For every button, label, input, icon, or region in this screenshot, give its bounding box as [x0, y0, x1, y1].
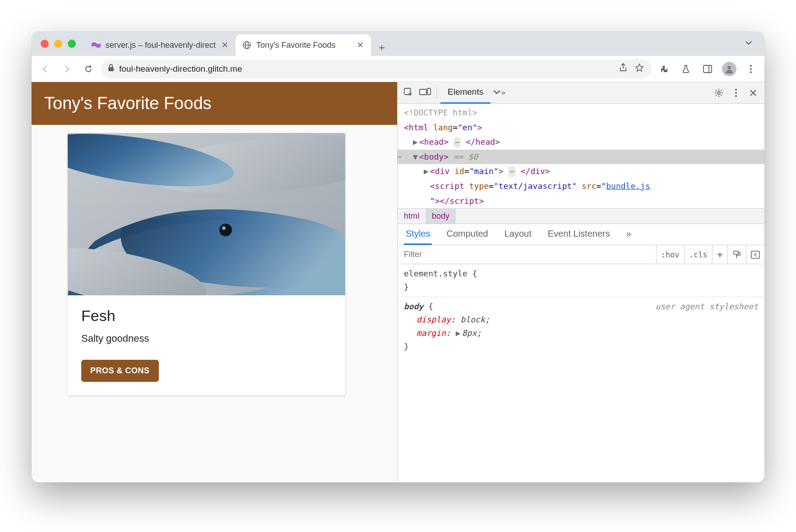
card-subtitle: Salty goodness	[81, 333, 332, 344]
computed-toggle-icon[interactable]	[746, 245, 764, 264]
menu-button[interactable]	[742, 60, 760, 78]
svg-point-23	[735, 95, 737, 97]
dom-head[interactable]: ▶<head> ⋯ </head>	[398, 135, 764, 150]
hov-button[interactable]: :hov	[656, 245, 684, 264]
close-window-button[interactable]	[41, 40, 49, 48]
devtools-tabstrip: Elements »	[398, 82, 764, 104]
globe-favicon-icon	[242, 40, 252, 50]
tab-title: Tony's Favorite Foods	[256, 41, 351, 50]
rendered-page: Tony's Favorite Foods	[32, 82, 397, 482]
crumb-body[interactable]: body	[426, 209, 456, 224]
tab-strip: server.js – foul-heavenly-direct ✕ Tony'…	[32, 32, 764, 56]
styles-tab-computed[interactable]: Computed	[444, 224, 490, 245]
labs-icon[interactable]	[677, 60, 695, 78]
dom-body-selected[interactable]: ▼<body> == $0	[398, 150, 764, 165]
paint-icon[interactable]	[727, 245, 746, 264]
svg-rect-25	[751, 251, 759, 258]
dom-html[interactable]: <html lang="en">	[398, 120, 764, 135]
elements-tree[interactable]: <!DOCTYPE html> <html lang="en"> ▶<head>…	[398, 104, 764, 208]
styles-filter-row: :hov .cls +	[398, 245, 764, 264]
dom-script-cont[interactable]: "></script>	[398, 194, 764, 209]
dom-doctype[interactable]: <!DOCTYPE html>	[398, 105, 764, 120]
svg-point-22	[735, 92, 737, 94]
svg-rect-4	[703, 65, 712, 73]
devtools-tab-elements[interactable]: Elements	[440, 82, 491, 104]
back-button[interactable]	[36, 60, 54, 78]
svg-point-7	[750, 65, 752, 67]
svg-point-15	[222, 226, 226, 230]
styles-tab-event-listeners[interactable]: Event Listeners	[546, 224, 612, 245]
devtools-close-icon[interactable]	[745, 85, 761, 101]
share-icon[interactable]	[617, 63, 629, 74]
sidepanel-icon[interactable]	[699, 60, 717, 78]
svg-rect-18	[420, 89, 426, 95]
forward-button[interactable]	[58, 60, 76, 78]
svg-rect-3	[108, 67, 114, 71]
dom-script[interactable]: <script type="text/javascript" src="bund…	[398, 179, 764, 194]
svg-point-8	[750, 68, 752, 70]
styles-more-icon[interactable]: »	[625, 224, 633, 245]
more-tabs-icon[interactable]: »	[491, 85, 507, 101]
svg-point-6	[727, 66, 731, 69]
svg-rect-24	[734, 251, 738, 254]
extensions-icon[interactable]	[655, 60, 673, 78]
lock-icon	[107, 64, 115, 74]
rule-body[interactable]: user agent stylesheet body { display: bl…	[404, 300, 758, 353]
styles-tab-layout[interactable]: Layout	[503, 224, 533, 245]
crumb-html[interactable]: html	[398, 209, 426, 224]
new-style-rule-icon[interactable]: +	[712, 245, 727, 264]
rule-element-style[interactable]: element.style { }	[404, 267, 758, 294]
bookmark-icon[interactable]	[634, 63, 645, 74]
card-image	[68, 133, 345, 295]
tab-dropdown-button[interactable]	[737, 39, 760, 49]
svg-point-14	[219, 224, 232, 236]
maximize-window-button[interactable]	[68, 40, 76, 48]
address-bar[interactable]: foul-heavenly-direction.glitch.me	[101, 60, 652, 78]
browser-toolbar: foul-heavenly-direction.glitch.me	[32, 56, 764, 82]
glitch-favicon-icon	[91, 40, 101, 50]
food-card: Fesh Salty goodness PROS & CONS	[68, 133, 345, 395]
profile-button[interactable]	[720, 60, 738, 78]
dom-div-main[interactable]: ▶<div id="main"> ⋯ </div>	[398, 164, 764, 179]
minimize-window-button[interactable]	[54, 40, 62, 48]
svg-point-21	[735, 89, 737, 91]
new-tab-button[interactable]: +	[374, 40, 390, 56]
styles-filter-input[interactable]	[398, 250, 656, 259]
card-body: Fesh Salty goodness PROS & CONS	[68, 295, 345, 395]
avatar-icon	[722, 62, 736, 76]
svg-rect-19	[427, 88, 430, 95]
window-controls	[32, 40, 85, 48]
tab-tonys-foods[interactable]: Tony's Favorite Foods ✕	[236, 34, 371, 56]
styles-tab-styles[interactable]: Styles	[404, 224, 432, 245]
tab-title: server.js – foul-heavenly-direct	[106, 41, 216, 50]
tabs: server.js – foul-heavenly-direct ✕ Tony'…	[85, 32, 737, 56]
device-toolbar-icon[interactable]	[417, 85, 433, 101]
tab-close-button[interactable]: ✕	[220, 40, 229, 50]
styles-tabstrip: Styles Computed Layout Event Listeners »	[398, 224, 764, 245]
svg-point-20	[717, 92, 720, 94]
content-area: Tony's Favorite Foods	[32, 82, 764, 482]
css-rules: element.style { } user agent stylesheet …	[398, 264, 764, 356]
tab-close-button[interactable]: ✕	[356, 40, 365, 50]
devtools-settings-icon[interactable]	[711, 85, 727, 101]
card-title: Fesh	[81, 307, 332, 325]
inspect-element-icon[interactable]	[401, 85, 417, 101]
devtools-panel: Elements » <!DOCTYP	[397, 82, 764, 482]
dom-breadcrumbs: html body	[398, 208, 764, 224]
rule-source: user agent stylesheet	[655, 300, 758, 313]
devtools-menu-icon[interactable]	[728, 85, 744, 101]
svg-point-9	[750, 71, 752, 73]
page-banner: Tony's Favorite Foods	[32, 82, 397, 125]
tab-server-js[interactable]: server.js – foul-heavenly-direct ✕	[85, 34, 236, 56]
reload-button[interactable]	[79, 60, 97, 78]
browser-window: server.js – foul-heavenly-direct ✕ Tony'…	[32, 32, 764, 482]
pros-cons-button[interactable]: PROS & CONS	[81, 360, 159, 382]
cls-button[interactable]: .cls	[684, 245, 712, 264]
url-text: foul-heavenly-direction.glitch.me	[119, 64, 613, 74]
